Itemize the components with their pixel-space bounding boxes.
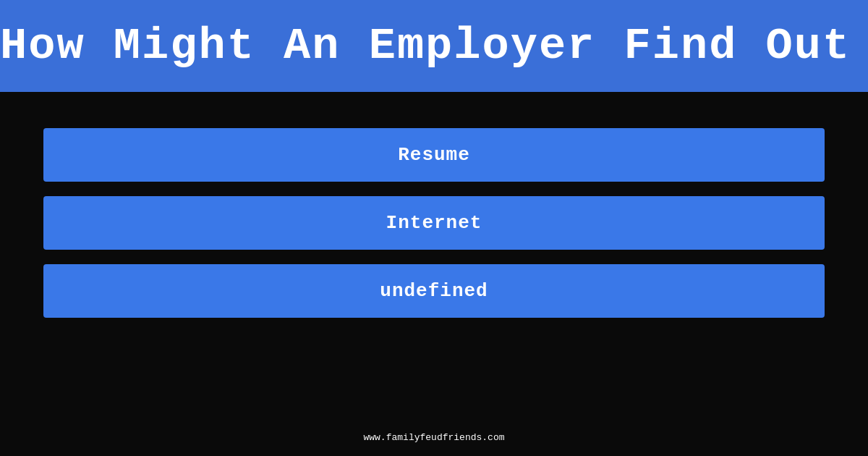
- footer-url: www.familyfeudfriends.com: [363, 432, 504, 443]
- answer-button-1[interactable]: Resume: [43, 128, 825, 182]
- answer-button-2[interactable]: Internet: [43, 196, 825, 250]
- answer-button-3[interactable]: undefined: [43, 264, 825, 318]
- answers-container: Resume Internet undefined: [0, 99, 868, 347]
- header-banner: How Might An Employer Find Out About An …: [0, 0, 868, 92]
- footer: www.familyfeudfriends.com: [0, 432, 868, 443]
- header-text: How Might An Employer Find Out About An …: [0, 20, 868, 72]
